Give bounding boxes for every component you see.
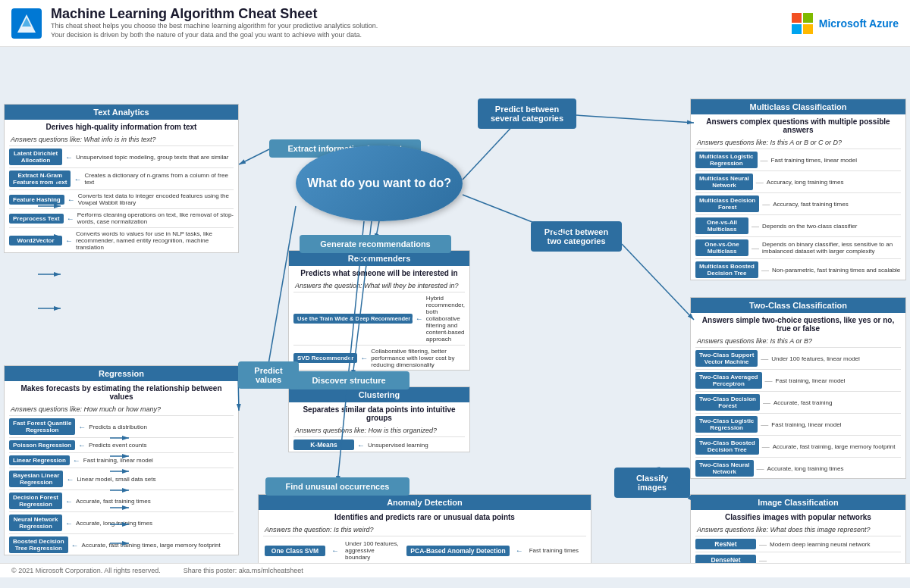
list-item: Bayesian LinearRegression ← Linear model… <box>5 469 238 489</box>
discover-structure-action: Discover structure <box>288 371 410 389</box>
list-item: One-vs-OneMulticlass — Depends on binary… <box>691 238 905 258</box>
algo-tag: Linear Regression <box>9 455 70 465</box>
algo-desc: Depends on the two-class classifier <box>762 223 901 230</box>
generate-rec-action: Generate recommendations <box>300 235 451 253</box>
content-area: What do you want to do? Extract informat… <box>0 47 910 577</box>
algo-desc: Fast training, linear model <box>776 377 901 384</box>
arrow-icon: — <box>757 464 764 473</box>
arrow-icon: — <box>761 266 769 274</box>
list-item: Multiclass NeuralNetwork — Accuracy, lon… <box>691 172 905 192</box>
twoclass-subtext: Answers questions like: Is this A or B? <box>691 334 905 346</box>
predict-values-action: Predict values <box>238 361 299 389</box>
square-red <box>792 13 802 23</box>
clustering-subtext: Answers questions like: How is this orga… <box>289 424 469 436</box>
twoclass-desc: Answers simple two-choice questions, lik… <box>691 313 905 334</box>
algo-tag: Fast Forest QuantileRegression <box>9 418 75 435</box>
recommenders-box: Recommenders Predicts what someone will … <box>288 250 470 371</box>
classify-images-action: Classify images <box>614 468 690 498</box>
arrow-icon: ← <box>66 475 74 483</box>
algo-desc: Unsupervised topic modeling, group texts… <box>76 154 234 161</box>
algo-tag: Multiclass LogisticRegression <box>695 152 758 168</box>
list-item: Two-Class NeuralNetwork — Accurate, long… <box>691 458 905 478</box>
svg-line-8 <box>576 115 694 123</box>
arrow-icon: ← <box>74 175 81 183</box>
algo-desc: Converts text data to integer encoded fe… <box>78 192 234 206</box>
footer: © 2021 Microsoft Corporation. All rights… <box>0 563 910 577</box>
arrow-icon: — <box>765 377 773 385</box>
arrow-icon: ← <box>65 236 73 245</box>
clustering-header: Clustering <box>289 387 469 402</box>
algo-desc: Collaborative filtering, better performa… <box>371 348 465 368</box>
algo-desc: Under 100 features, aggressive boundary <box>345 540 400 561</box>
algo-desc: Non-parametric, fast training times and … <box>772 267 901 274</box>
arrow-icon: — <box>762 200 770 208</box>
list-item: Boosted DecisionTree Regression ← Accura… <box>5 535 238 555</box>
arrow-icon: ← <box>73 456 80 464</box>
header-title-block: Machine Learning Algorithm Cheat Sheet T… <box>51 6 378 39</box>
algo-tag: One-vs-OneMulticlass <box>695 239 748 256</box>
algo-tag: Poisson Regression <box>9 440 75 450</box>
square-yellow <box>803 24 813 34</box>
regression-desc: Makes forecasts by estimating the relati… <box>5 381 238 402</box>
svg-line-7 <box>463 123 516 180</box>
text-analytics-box: Text Analytics Derives high-quality info… <box>4 104 239 253</box>
square-blue <box>792 24 802 34</box>
algo-tag: Feature Hashing <box>9 195 64 205</box>
algo-tag: Preprocess Text <box>9 214 64 224</box>
algo-desc: Accurate, long training times <box>76 520 234 527</box>
arrow-icon: ← <box>65 519 73 527</box>
algo-tag: Multiclass BoostedDecision Tree <box>695 261 758 278</box>
algo-tag: Use the Train Wide & Deep Recommender mo… <box>293 314 413 324</box>
header: Machine Learning Algorithm Cheat Sheet T… <box>0 0 910 47</box>
find-unusual-action: Find unusual occurrences <box>265 477 410 496</box>
page-title: Machine Learning Algorithm Cheat Sheet <box>51 6 378 22</box>
list-item: K-Means ← Unsupervised learning <box>289 438 469 452</box>
text-analytics-subtext: Answers questions like: What info is in … <box>5 133 238 145</box>
list-item: Latent DirichletAllocation ← Unsupervise… <box>5 147 238 167</box>
algo-tag: Boosted DecisionTree Regression <box>9 536 68 553</box>
algo-desc: Predicts a distribution <box>89 424 234 430</box>
anomaly-desc: Identifies and predicts rare or unusual … <box>259 510 591 523</box>
arrow-icon: ← <box>67 214 74 223</box>
list-item: Two-Class DecisionForest — Accurate, fas… <box>691 393 905 412</box>
algo-desc: Accurate, fast training, large memory fo… <box>773 443 901 450</box>
subtitle2: Your decision is driven by both the natu… <box>51 31 378 40</box>
algo-tag: Two-Class SupportVector Machine <box>695 350 758 367</box>
arrow-icon: — <box>761 156 768 164</box>
algo-tag: Multiclass DecisionForest <box>695 195 759 212</box>
arrow-icon: ← <box>360 354 368 362</box>
arrow-icon: — <box>762 443 770 451</box>
algo-tag: PCA-Based Anomaly Detection <box>406 546 509 556</box>
algo-desc: Accurate, fast training <box>774 399 901 406</box>
azure-logo: Microsoft Azure <box>792 13 899 34</box>
algo-desc: Performs cleaning operations on text, li… <box>77 211 234 225</box>
algo-tag: Decision ForestRegression <box>9 493 62 509</box>
arrow-icon: — <box>752 244 759 252</box>
arrow-icon: — <box>756 178 764 186</box>
arrow-icon: ← <box>67 195 75 204</box>
text-analytics-header: Text Analytics <box>5 105 238 120</box>
algo-desc: Depends on binary classifier, less sensi… <box>762 241 901 255</box>
algo-desc: Modern deep learning neural network <box>770 541 901 548</box>
algo-desc: Accurate, fast training times <box>76 498 234 505</box>
azure-squares-icon <box>792 13 813 34</box>
arrow-icon: ← <box>78 423 86 431</box>
algo-desc: Accuracy, long training times <box>767 179 901 186</box>
algo-tag: SVD Recommender <box>293 353 357 363</box>
list-item: Multiclass LogisticRegression — Fast tra… <box>691 150 905 170</box>
arrow-icon: — <box>761 355 768 363</box>
list-item: Linear Regression ← Fast training, linea… <box>5 454 238 467</box>
list-item: Two-Class LogisticRegression — Fast trai… <box>691 414 905 434</box>
header-left: Machine Learning Algorithm Cheat Sheet T… <box>11 6 378 39</box>
clustering-box: Clustering Separates similar data points… <box>288 386 470 452</box>
multiclass-box: Multiclass Classification Answers comple… <box>690 99 906 280</box>
algo-tag: K-Means <box>293 439 354 450</box>
list-item: Two-Class SupportVector Machine — Under … <box>691 349 905 368</box>
ml-logo-icon <box>11 8 42 39</box>
algo-tag: Extract N-GramFeatures from Text <box>9 170 71 187</box>
regression-header: Regression <box>5 366 238 381</box>
list-item: Multiclass DecisionForest — Accuracy, fa… <box>691 194 905 214</box>
algo-tag: One-vs-AllMulticlass <box>695 217 748 234</box>
list-item: Use the Train Wide & Deep Recommender mo… <box>289 293 469 344</box>
arrow-icon: ← <box>416 314 423 323</box>
